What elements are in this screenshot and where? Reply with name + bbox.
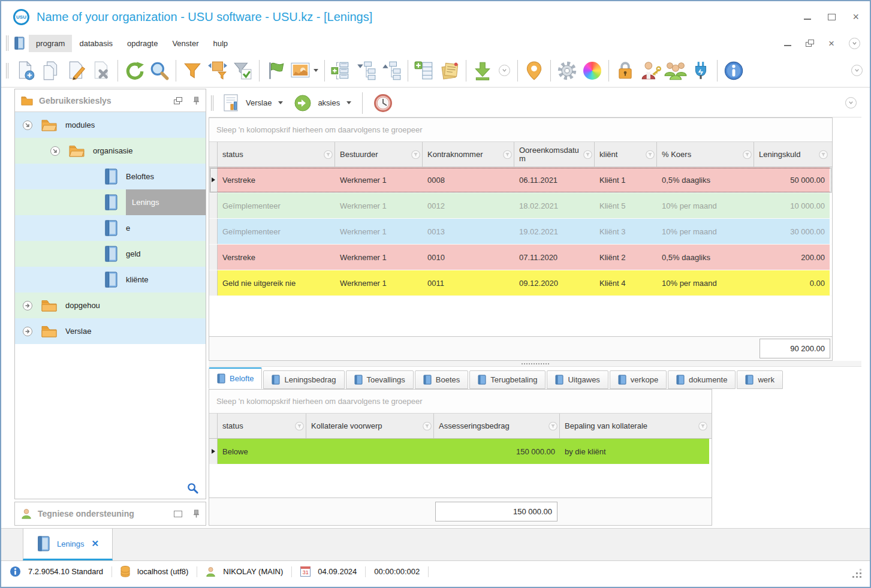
refresh-icon[interactable] — [122, 57, 147, 85]
expand-arrow-icon[interactable] — [22, 326, 33, 337]
maximize-icon[interactable] — [828, 13, 836, 22]
loan-row[interactable]: Geïmplementeer Werknemer 1 0012 18.02.20… — [209, 193, 832, 219]
new-document-icon[interactable] — [13, 57, 38, 85]
plugin-icon[interactable] — [688, 57, 713, 85]
expand-rows-icon[interactable] — [328, 57, 354, 85]
timer-clock-icon[interactable] — [373, 94, 393, 113]
horizontal-splitter[interactable] — [209, 361, 861, 367]
tree-item-lenings[interactable]: Lenings — [15, 189, 206, 215]
filter-funnel-icon[interactable] — [411, 150, 420, 159]
menubar-drag-handle[interactable] — [6, 35, 8, 51]
toolbar-drag-handle[interactable] — [6, 63, 8, 79]
user-permissions-icon[interactable] — [638, 57, 663, 85]
settings-gear-icon[interactable] — [554, 57, 580, 85]
child-close-icon[interactable]: × — [828, 38, 834, 49]
column-header-kollaterale-voorwerp[interactable]: Kollaterale voorwerp — [306, 414, 434, 438]
tree-collapse-icon[interactable] — [354, 57, 379, 85]
tree-item-organisasie[interactable]: organisasie — [15, 138, 206, 164]
content-toolbar-drag-handle[interactable] — [211, 95, 213, 111]
tree-item-e[interactable]: e — [15, 215, 206, 241]
column-header-klient[interactable]: kliënt — [595, 142, 657, 167]
toolbar-overflow-icon-1[interactable] — [499, 65, 510, 76]
flag-icon[interactable] — [263, 57, 288, 85]
menu-item-databasis[interactable]: databasis — [72, 35, 120, 52]
loan-row[interactable]: Geld nie uitgereik nie Werknemer 1 0011 … — [209, 270, 832, 296]
tab-belofte[interactable]: Belofte — [209, 367, 262, 389]
tree-item-kliente[interactable]: kliënte — [15, 267, 206, 293]
filter-funnel-icon[interactable] — [583, 150, 592, 159]
tab-uitgawes[interactable]: Uitgawes — [547, 370, 608, 389]
collapse-arrow-icon[interactable] — [50, 146, 61, 156]
delete-document-icon[interactable] — [89, 57, 114, 85]
filter-funnel-icon[interactable] — [548, 421, 557, 430]
tree-item-geld[interactable]: geld — [15, 241, 206, 267]
child-restore-icon[interactable] — [806, 39, 814, 48]
column-header-status[interactable]: status — [218, 414, 306, 438]
filter-by-range-icon[interactable] — [205, 57, 230, 85]
collateral-row[interactable]: Belowe 150 000.00 by die kliënt — [209, 439, 712, 465]
child-minimize-icon[interactable] — [784, 39, 791, 48]
menu-item-opdragte[interactable]: opdragte — [120, 35, 165, 52]
column-header-bestuurder[interactable]: Bestuurder — [335, 142, 423, 167]
minimize-icon[interactable] — [804, 13, 811, 22]
column-header-kontraknommer[interactable]: Kontraknommer — [423, 142, 514, 167]
location-pin-icon[interactable] — [522, 57, 547, 85]
loan-row[interactable]: Geïmplementeer Werknemer 1 0013 19.02.20… — [209, 219, 832, 245]
close-icon[interactable]: × — [852, 11, 859, 22]
filter-funnel-icon[interactable] — [819, 150, 828, 159]
filter-apply-icon[interactable] — [230, 57, 255, 85]
copy-document-icon[interactable] — [38, 57, 64, 85]
toolbar-overflow-icon-2[interactable] — [851, 65, 863, 76]
info-icon[interactable] — [721, 57, 746, 85]
aksies-dropdown-icon[interactable] — [346, 101, 351, 104]
panel-restore-icon[interactable] — [174, 511, 182, 517]
panel-restore-icon[interactable] — [174, 97, 182, 104]
loan-row[interactable]: Verstreke Werknemer 1 0008 06.11.2021 Kl… — [209, 167, 832, 193]
export-icon[interactable] — [470, 57, 495, 85]
tab-leningsbedrag[interactable]: Leningsbedrag — [263, 370, 344, 389]
collateral-group-by-bar[interactable]: Sleep 'n kolomopskrif hierheen om daarvo… — [209, 390, 712, 414]
menu-item-program[interactable]: program — [29, 35, 72, 52]
filter-funnel-icon[interactable] — [295, 421, 304, 430]
close-tab-icon[interactable]: ✕ — [91, 538, 99, 549]
filter-funnel-icon[interactable] — [324, 150, 333, 159]
edit-document-icon[interactable] — [64, 57, 89, 85]
tab-terugbetaling[interactable]: Terugbetaling — [469, 370, 545, 389]
tab-dokumente[interactable]: dokumente — [668, 370, 736, 389]
pin-icon[interactable] — [193, 509, 200, 518]
column-header-ooreenkomsdatum[interactable]: Ooreenkomsdatum — [514, 142, 595, 167]
tree-item-beloftes[interactable]: Beloftes — [15, 164, 206, 189]
filter-funnel-icon[interactable] — [698, 421, 707, 430]
image-picker-icon[interactable] — [288, 57, 321, 85]
column-header-status[interactable]: status — [218, 142, 335, 167]
filter-icon[interactable] — [180, 57, 205, 85]
menu-item-hulp[interactable]: hulp — [206, 35, 236, 52]
verslae-button[interactable]: Verslae — [246, 98, 272, 107]
document-tab-lenings[interactable]: Lenings ✕ — [23, 529, 113, 560]
expand-arrow-icon[interactable] — [22, 300, 33, 311]
collapse-arrow-icon[interactable] — [22, 120, 33, 131]
tab-toevallings[interactable]: Toevallings — [346, 370, 414, 389]
notes-icon[interactable] — [437, 57, 462, 85]
add-column-icon[interactable] — [412, 57, 437, 85]
loans-group-by-bar[interactable]: Sleep 'n kolomopskrif hierheen om daarvo… — [209, 118, 832, 142]
verslae-dropdown-icon[interactable] — [278, 101, 283, 104]
tree-expand-icon[interactable] — [379, 57, 404, 85]
report-icon[interactable] — [223, 94, 240, 112]
tree-search-icon[interactable] — [187, 483, 198, 494]
filter-funnel-icon[interactable] — [743, 150, 752, 159]
menu-item-venster[interactable]: Venster — [165, 35, 206, 52]
filter-funnel-icon[interactable] — [646, 150, 655, 159]
column-header-koers[interactable]: % Koers — [657, 142, 754, 167]
column-header-bepaling-van-kollaterale[interactable]: Bepaling van kollaterale — [560, 414, 709, 438]
tab-boetes[interactable]: Boetes — [415, 370, 468, 389]
loan-row[interactable]: Verstreke Werknemer 1 0010 07.11.2020 Kl… — [209, 245, 832, 270]
filter-funnel-icon[interactable] — [423, 421, 432, 430]
aksies-icon[interactable] — [294, 94, 312, 112]
tree-item-verslae[interactable]: Verslae — [15, 318, 206, 344]
user-groups-icon[interactable] — [663, 57, 688, 85]
column-header-assesseringsbedrag[interactable]: Assesseringsbedrag — [434, 414, 560, 438]
lock-icon[interactable] — [613, 57, 638, 85]
tab-werk[interactable]: werk — [737, 370, 782, 389]
color-scheme-icon[interactable] — [580, 57, 605, 85]
